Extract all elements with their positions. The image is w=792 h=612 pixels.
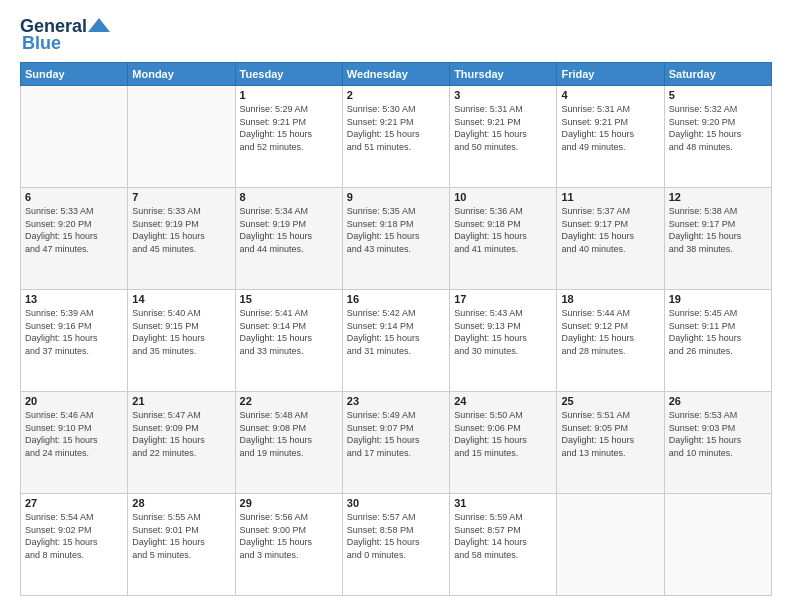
calendar-cell: 20Sunrise: 5:46 AM Sunset: 9:10 PM Dayli… bbox=[21, 392, 128, 494]
calendar-weekday-header: Saturday bbox=[664, 63, 771, 86]
calendar-weekday-header: Friday bbox=[557, 63, 664, 86]
day-number: 8 bbox=[240, 191, 338, 203]
calendar-cell: 30Sunrise: 5:57 AM Sunset: 8:58 PM Dayli… bbox=[342, 494, 449, 596]
day-number: 2 bbox=[347, 89, 445, 101]
calendar-week-row: 13Sunrise: 5:39 AM Sunset: 9:16 PM Dayli… bbox=[21, 290, 772, 392]
day-info: Sunrise: 5:55 AM Sunset: 9:01 PM Dayligh… bbox=[132, 511, 230, 561]
day-number: 21 bbox=[132, 395, 230, 407]
calendar-cell: 17Sunrise: 5:43 AM Sunset: 9:13 PM Dayli… bbox=[450, 290, 557, 392]
day-info: Sunrise: 5:29 AM Sunset: 9:21 PM Dayligh… bbox=[240, 103, 338, 153]
day-number: 9 bbox=[347, 191, 445, 203]
day-number: 28 bbox=[132, 497, 230, 509]
logo-blue: Blue bbox=[22, 33, 61, 54]
calendar-cell: 22Sunrise: 5:48 AM Sunset: 9:08 PM Dayli… bbox=[235, 392, 342, 494]
calendar-cell: 10Sunrise: 5:36 AM Sunset: 9:18 PM Dayli… bbox=[450, 188, 557, 290]
calendar-cell: 5Sunrise: 5:32 AM Sunset: 9:20 PM Daylig… bbox=[664, 86, 771, 188]
day-info: Sunrise: 5:33 AM Sunset: 9:20 PM Dayligh… bbox=[25, 205, 123, 255]
calendar-cell: 4Sunrise: 5:31 AM Sunset: 9:21 PM Daylig… bbox=[557, 86, 664, 188]
day-number: 12 bbox=[669, 191, 767, 203]
svg-marker-0 bbox=[88, 18, 110, 32]
calendar-cell: 19Sunrise: 5:45 AM Sunset: 9:11 PM Dayli… bbox=[664, 290, 771, 392]
calendar-cell: 29Sunrise: 5:56 AM Sunset: 9:00 PM Dayli… bbox=[235, 494, 342, 596]
calendar-cell: 1Sunrise: 5:29 AM Sunset: 9:21 PM Daylig… bbox=[235, 86, 342, 188]
calendar-cell: 12Sunrise: 5:38 AM Sunset: 9:17 PM Dayli… bbox=[664, 188, 771, 290]
day-number: 6 bbox=[25, 191, 123, 203]
day-number: 23 bbox=[347, 395, 445, 407]
calendar-cell: 3Sunrise: 5:31 AM Sunset: 9:21 PM Daylig… bbox=[450, 86, 557, 188]
day-number: 31 bbox=[454, 497, 552, 509]
day-info: Sunrise: 5:54 AM Sunset: 9:02 PM Dayligh… bbox=[25, 511, 123, 561]
day-number: 13 bbox=[25, 293, 123, 305]
day-info: Sunrise: 5:48 AM Sunset: 9:08 PM Dayligh… bbox=[240, 409, 338, 459]
day-info: Sunrise: 5:45 AM Sunset: 9:11 PM Dayligh… bbox=[669, 307, 767, 357]
day-info: Sunrise: 5:40 AM Sunset: 9:15 PM Dayligh… bbox=[132, 307, 230, 357]
day-number: 14 bbox=[132, 293, 230, 305]
day-info: Sunrise: 5:43 AM Sunset: 9:13 PM Dayligh… bbox=[454, 307, 552, 357]
day-number: 1 bbox=[240, 89, 338, 101]
day-number: 22 bbox=[240, 395, 338, 407]
day-info: Sunrise: 5:42 AM Sunset: 9:14 PM Dayligh… bbox=[347, 307, 445, 357]
day-number: 18 bbox=[561, 293, 659, 305]
day-info: Sunrise: 5:34 AM Sunset: 9:19 PM Dayligh… bbox=[240, 205, 338, 255]
calendar-week-row: 27Sunrise: 5:54 AM Sunset: 9:02 PM Dayli… bbox=[21, 494, 772, 596]
day-number: 17 bbox=[454, 293, 552, 305]
day-number: 7 bbox=[132, 191, 230, 203]
calendar-weekday-header: Sunday bbox=[21, 63, 128, 86]
day-number: 29 bbox=[240, 497, 338, 509]
calendar-cell: 21Sunrise: 5:47 AM Sunset: 9:09 PM Dayli… bbox=[128, 392, 235, 494]
calendar-cell: 15Sunrise: 5:41 AM Sunset: 9:14 PM Dayli… bbox=[235, 290, 342, 392]
day-info: Sunrise: 5:51 AM Sunset: 9:05 PM Dayligh… bbox=[561, 409, 659, 459]
day-number: 25 bbox=[561, 395, 659, 407]
calendar-header-row: SundayMondayTuesdayWednesdayThursdayFrid… bbox=[21, 63, 772, 86]
calendar-cell: 7Sunrise: 5:33 AM Sunset: 9:19 PM Daylig… bbox=[128, 188, 235, 290]
calendar-week-row: 1Sunrise: 5:29 AM Sunset: 9:21 PM Daylig… bbox=[21, 86, 772, 188]
day-info: Sunrise: 5:59 AM Sunset: 8:57 PM Dayligh… bbox=[454, 511, 552, 561]
calendar-cell bbox=[557, 494, 664, 596]
calendar-week-row: 6Sunrise: 5:33 AM Sunset: 9:20 PM Daylig… bbox=[21, 188, 772, 290]
day-info: Sunrise: 5:39 AM Sunset: 9:16 PM Dayligh… bbox=[25, 307, 123, 357]
calendar-cell: 8Sunrise: 5:34 AM Sunset: 9:19 PM Daylig… bbox=[235, 188, 342, 290]
day-info: Sunrise: 5:57 AM Sunset: 8:58 PM Dayligh… bbox=[347, 511, 445, 561]
day-info: Sunrise: 5:31 AM Sunset: 9:21 PM Dayligh… bbox=[561, 103, 659, 153]
calendar-cell: 18Sunrise: 5:44 AM Sunset: 9:12 PM Dayli… bbox=[557, 290, 664, 392]
day-number: 20 bbox=[25, 395, 123, 407]
day-number: 24 bbox=[454, 395, 552, 407]
logo-icon bbox=[88, 18, 110, 32]
calendar-weekday-header: Tuesday bbox=[235, 63, 342, 86]
day-number: 3 bbox=[454, 89, 552, 101]
calendar-cell bbox=[664, 494, 771, 596]
day-number: 15 bbox=[240, 293, 338, 305]
calendar-cell: 11Sunrise: 5:37 AM Sunset: 9:17 PM Dayli… bbox=[557, 188, 664, 290]
calendar-cell bbox=[128, 86, 235, 188]
calendar-cell: 13Sunrise: 5:39 AM Sunset: 9:16 PM Dayli… bbox=[21, 290, 128, 392]
day-number: 19 bbox=[669, 293, 767, 305]
day-info: Sunrise: 5:53 AM Sunset: 9:03 PM Dayligh… bbox=[669, 409, 767, 459]
calendar-cell: 25Sunrise: 5:51 AM Sunset: 9:05 PM Dayli… bbox=[557, 392, 664, 494]
calendar-weekday-header: Thursday bbox=[450, 63, 557, 86]
day-info: Sunrise: 5:37 AM Sunset: 9:17 PM Dayligh… bbox=[561, 205, 659, 255]
calendar-week-row: 20Sunrise: 5:46 AM Sunset: 9:10 PM Dayli… bbox=[21, 392, 772, 494]
calendar-cell: 6Sunrise: 5:33 AM Sunset: 9:20 PM Daylig… bbox=[21, 188, 128, 290]
day-number: 30 bbox=[347, 497, 445, 509]
day-info: Sunrise: 5:49 AM Sunset: 9:07 PM Dayligh… bbox=[347, 409, 445, 459]
calendar-cell: 2Sunrise: 5:30 AM Sunset: 9:21 PM Daylig… bbox=[342, 86, 449, 188]
day-info: Sunrise: 5:31 AM Sunset: 9:21 PM Dayligh… bbox=[454, 103, 552, 153]
day-number: 16 bbox=[347, 293, 445, 305]
calendar-cell: 28Sunrise: 5:55 AM Sunset: 9:01 PM Dayli… bbox=[128, 494, 235, 596]
day-number: 4 bbox=[561, 89, 659, 101]
day-info: Sunrise: 5:46 AM Sunset: 9:10 PM Dayligh… bbox=[25, 409, 123, 459]
calendar-cell: 31Sunrise: 5:59 AM Sunset: 8:57 PM Dayli… bbox=[450, 494, 557, 596]
day-number: 27 bbox=[25, 497, 123, 509]
day-info: Sunrise: 5:36 AM Sunset: 9:18 PM Dayligh… bbox=[454, 205, 552, 255]
calendar-cell: 14Sunrise: 5:40 AM Sunset: 9:15 PM Dayli… bbox=[128, 290, 235, 392]
day-info: Sunrise: 5:32 AM Sunset: 9:20 PM Dayligh… bbox=[669, 103, 767, 153]
day-info: Sunrise: 5:35 AM Sunset: 9:18 PM Dayligh… bbox=[347, 205, 445, 255]
calendar-cell: 9Sunrise: 5:35 AM Sunset: 9:18 PM Daylig… bbox=[342, 188, 449, 290]
day-number: 11 bbox=[561, 191, 659, 203]
day-info: Sunrise: 5:47 AM Sunset: 9:09 PM Dayligh… bbox=[132, 409, 230, 459]
calendar-cell: 16Sunrise: 5:42 AM Sunset: 9:14 PM Dayli… bbox=[342, 290, 449, 392]
day-info: Sunrise: 5:41 AM Sunset: 9:14 PM Dayligh… bbox=[240, 307, 338, 357]
calendar-cell: 27Sunrise: 5:54 AM Sunset: 9:02 PM Dayli… bbox=[21, 494, 128, 596]
calendar-weekday-header: Monday bbox=[128, 63, 235, 86]
calendar-weekday-header: Wednesday bbox=[342, 63, 449, 86]
